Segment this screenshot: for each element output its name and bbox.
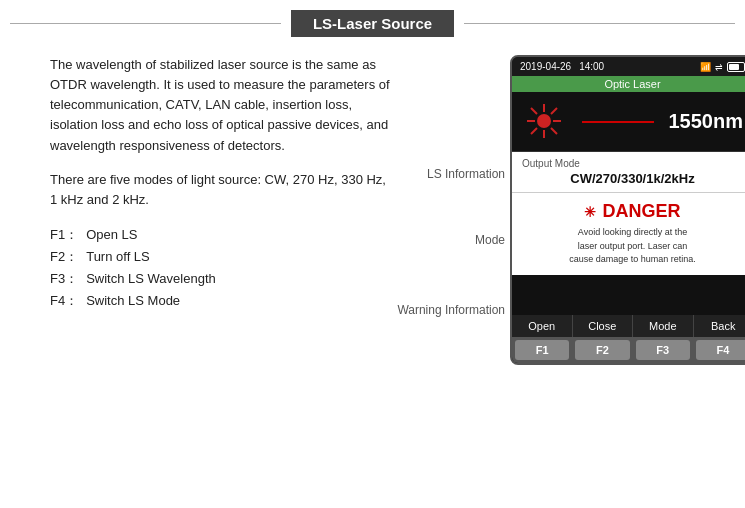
fkey-f4[interactable]: F4 <box>696 340 745 360</box>
usb-icon: ⇌ <box>715 62 723 72</box>
device-mockup: 2019-04-26 14:00 📶 ⇌ Optic Laser <box>510 55 745 365</box>
btn-back[interactable]: Back <box>694 315 746 337</box>
page-title: LS-Laser Source <box>291 10 454 37</box>
svg-line-8 <box>531 128 537 134</box>
main-content: The wavelength of stabilized laser sourc… <box>0 45 745 375</box>
danger-title: ✳ DANGER <box>522 201 743 222</box>
right-section: LS Information Mode Warning Information … <box>405 55 715 365</box>
fkey-f1[interactable]: F1 <box>515 340 569 360</box>
shortcut-f4: F4： Switch LS Mode <box>50 290 395 312</box>
output-mode-title: Output Mode <box>522 158 743 169</box>
shortcut-key-f2: F2： <box>50 246 78 268</box>
shortcut-key-f1: F1： <box>50 224 78 246</box>
laser-burst-icon <box>522 104 567 139</box>
description-paragraph-1: The wavelength of stabilized laser sourc… <box>50 55 395 156</box>
shortcut-action-f2: Turn off LS <box>86 246 150 268</box>
description-paragraph-2: There are five modes of light source: CW… <box>50 170 395 210</box>
mode-label: Mode <box>475 233 505 247</box>
ls-info-label: LS Information <box>427 167 505 181</box>
battery-icon <box>727 62 745 72</box>
svg-line-5 <box>531 108 537 114</box>
signal-icon: 📶 <box>700 62 711 72</box>
output-mode-value: CW/270/330/1k/2kHz <box>522 171 743 186</box>
danger-symbol-icon: ✳ <box>584 204 596 220</box>
danger-text-line1: Avoid looking directly at the <box>522 226 743 240</box>
output-mode-section: Output Mode CW/270/330/1k/2kHz <box>512 152 745 193</box>
shortcut-f1: F1： Open LS <box>50 224 395 246</box>
optic-laser-label: Optic Laser <box>604 78 660 90</box>
laser-wavelength: 1550nm <box>669 110 744 133</box>
btn-close[interactable]: Close <box>573 315 634 337</box>
warning-label: Warning Information <box>397 303 505 317</box>
shortcut-action-f3: Switch LS Wavelength <box>86 268 216 290</box>
danger-section: ✳ DANGER Avoid looking directly at the l… <box>512 193 745 275</box>
device-time: 14:00 <box>579 61 604 72</box>
laser-line <box>582 121 654 123</box>
status-left: 2019-04-26 14:00 <box>520 61 604 72</box>
svg-point-0 <box>537 114 551 128</box>
danger-text-line2: laser output port. Laser can <box>522 240 743 254</box>
device-empty-area <box>512 275 745 315</box>
danger-text: Avoid looking directly at the laser outp… <box>522 226 743 267</box>
status-right: 📶 ⇌ <box>700 62 745 72</box>
shortcut-key-f4: F4： <box>50 290 78 312</box>
danger-label: DANGER <box>602 201 680 222</box>
fkey-f3[interactable]: F3 <box>636 340 690 360</box>
optic-laser-bar: Optic Laser <box>512 76 745 92</box>
device-date: 2019-04-26 <box>520 61 571 72</box>
status-bar: 2019-04-26 14:00 📶 ⇌ <box>512 57 745 76</box>
btn-open[interactable]: Open <box>512 315 573 337</box>
shortcut-key-f3: F3： <box>50 268 78 290</box>
laser-symbol <box>522 104 567 139</box>
shortcut-f2: F2： Turn off LS <box>50 246 395 268</box>
shortcut-action-f1: Open LS <box>86 224 137 246</box>
fkey-bar: F1 F2 F3 F4 <box>512 337 745 363</box>
shortcut-f3: F3： Switch LS Wavelength <box>50 268 395 290</box>
btn-mode[interactable]: Mode <box>633 315 694 337</box>
shortcut-list: F1： Open LS F2： Turn off LS F3： Switch L… <box>50 224 395 312</box>
svg-line-7 <box>551 108 557 114</box>
button-bar: Open Close Mode Back <box>512 315 745 337</box>
danger-text-line3: cause damage to human retina. <box>522 253 743 267</box>
shortcut-action-f4: Switch LS Mode <box>86 290 180 312</box>
fkey-f2[interactable]: F2 <box>575 340 629 360</box>
title-bar: LS-Laser Source <box>0 0 745 45</box>
left-description: The wavelength of stabilized laser sourc… <box>50 55 405 365</box>
svg-line-6 <box>551 128 557 134</box>
laser-display: 1550nm <box>512 92 745 152</box>
